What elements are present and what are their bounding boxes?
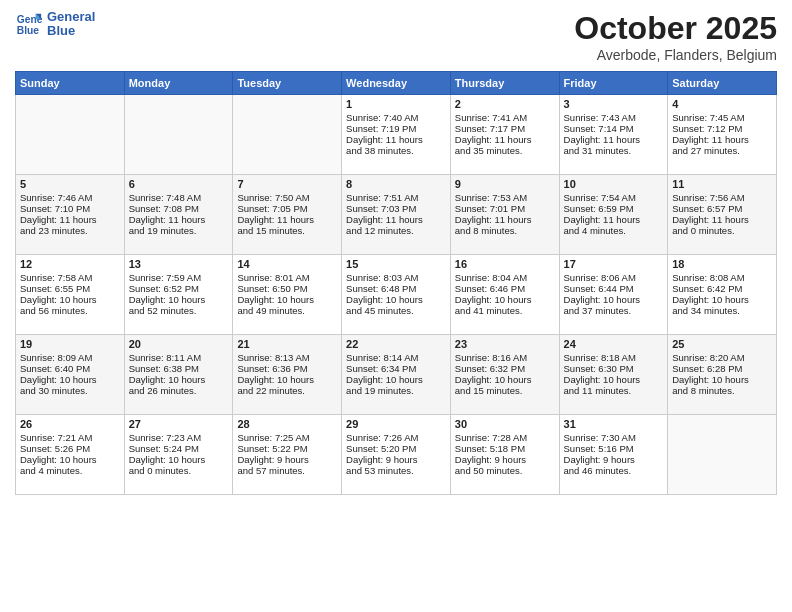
page-container: General Blue General Blue October 2025 A… bbox=[0, 0, 792, 612]
day-info: Daylight: 10 hours bbox=[346, 374, 446, 385]
calendar-cell: 31Sunrise: 7:30 AMSunset: 5:16 PMDayligh… bbox=[559, 415, 668, 495]
day-info: Sunset: 5:16 PM bbox=[564, 443, 664, 454]
day-info: Daylight: 10 hours bbox=[455, 294, 555, 305]
day-info: Sunrise: 7:58 AM bbox=[20, 272, 120, 283]
calendar-cell: 29Sunrise: 7:26 AMSunset: 5:20 PMDayligh… bbox=[342, 415, 451, 495]
day-info: Daylight: 10 hours bbox=[129, 374, 229, 385]
day-info: and 0 minutes. bbox=[672, 225, 772, 236]
logo: General Blue General Blue bbox=[15, 10, 95, 39]
calendar-cell: 23Sunrise: 8:16 AMSunset: 6:32 PMDayligh… bbox=[450, 335, 559, 415]
day-info: Sunrise: 8:04 AM bbox=[455, 272, 555, 283]
calendar-cell: 24Sunrise: 8:18 AMSunset: 6:30 PMDayligh… bbox=[559, 335, 668, 415]
day-number: 19 bbox=[20, 338, 120, 350]
day-number: 20 bbox=[129, 338, 229, 350]
calendar-cell: 14Sunrise: 8:01 AMSunset: 6:50 PMDayligh… bbox=[233, 255, 342, 335]
day-info: Sunrise: 8:08 AM bbox=[672, 272, 772, 283]
day-info: and 38 minutes. bbox=[346, 145, 446, 156]
calendar-cell bbox=[668, 415, 777, 495]
calendar-cell: 2Sunrise: 7:41 AMSunset: 7:17 PMDaylight… bbox=[450, 95, 559, 175]
day-info: and 19 minutes. bbox=[346, 385, 446, 396]
calendar-cell: 8Sunrise: 7:51 AMSunset: 7:03 PMDaylight… bbox=[342, 175, 451, 255]
day-info: and 50 minutes. bbox=[455, 465, 555, 476]
day-info: Sunrise: 7:26 AM bbox=[346, 432, 446, 443]
day-info: Sunrise: 7:46 AM bbox=[20, 192, 120, 203]
calendar-cell: 5Sunrise: 7:46 AMSunset: 7:10 PMDaylight… bbox=[16, 175, 125, 255]
weekday-header-thursday: Thursday bbox=[450, 72, 559, 95]
day-info: Sunset: 7:17 PM bbox=[455, 123, 555, 134]
calendar-cell: 20Sunrise: 8:11 AMSunset: 6:38 PMDayligh… bbox=[124, 335, 233, 415]
day-info: Sunrise: 7:48 AM bbox=[129, 192, 229, 203]
calendar-cell: 10Sunrise: 7:54 AMSunset: 6:59 PMDayligh… bbox=[559, 175, 668, 255]
day-number: 10 bbox=[564, 178, 664, 190]
day-number: 26 bbox=[20, 418, 120, 430]
day-number: 5 bbox=[20, 178, 120, 190]
day-info: Sunrise: 8:11 AM bbox=[129, 352, 229, 363]
day-info: and 52 minutes. bbox=[129, 305, 229, 316]
day-number: 16 bbox=[455, 258, 555, 270]
day-info: Sunrise: 7:23 AM bbox=[129, 432, 229, 443]
day-info: Sunset: 7:01 PM bbox=[455, 203, 555, 214]
day-number: 11 bbox=[672, 178, 772, 190]
day-info: Sunset: 6:57 PM bbox=[672, 203, 772, 214]
day-number: 30 bbox=[455, 418, 555, 430]
day-info: and 26 minutes. bbox=[129, 385, 229, 396]
day-info: Sunset: 6:44 PM bbox=[564, 283, 664, 294]
week-row-3: 12Sunrise: 7:58 AMSunset: 6:55 PMDayligh… bbox=[16, 255, 777, 335]
day-info: and 23 minutes. bbox=[20, 225, 120, 236]
day-number: 18 bbox=[672, 258, 772, 270]
day-info: Daylight: 11 hours bbox=[672, 214, 772, 225]
day-info: Daylight: 11 hours bbox=[20, 214, 120, 225]
day-info: and 4 minutes. bbox=[564, 225, 664, 236]
calendar-cell: 4Sunrise: 7:45 AMSunset: 7:12 PMDaylight… bbox=[668, 95, 777, 175]
day-info: Daylight: 11 hours bbox=[672, 134, 772, 145]
day-info: Sunrise: 7:25 AM bbox=[237, 432, 337, 443]
week-row-1: 1Sunrise: 7:40 AMSunset: 7:19 PMDaylight… bbox=[16, 95, 777, 175]
day-number: 12 bbox=[20, 258, 120, 270]
day-info: Sunrise: 8:13 AM bbox=[237, 352, 337, 363]
day-info: Sunset: 6:36 PM bbox=[237, 363, 337, 374]
day-number: 2 bbox=[455, 98, 555, 110]
weekday-header-wednesday: Wednesday bbox=[342, 72, 451, 95]
day-info: Daylight: 11 hours bbox=[455, 214, 555, 225]
day-info: and 19 minutes. bbox=[129, 225, 229, 236]
day-number: 6 bbox=[129, 178, 229, 190]
calendar-cell: 26Sunrise: 7:21 AMSunset: 5:26 PMDayligh… bbox=[16, 415, 125, 495]
day-number: 3 bbox=[564, 98, 664, 110]
day-info: Sunset: 7:19 PM bbox=[346, 123, 446, 134]
calendar-cell: 11Sunrise: 7:56 AMSunset: 6:57 PMDayligh… bbox=[668, 175, 777, 255]
day-info: Sunset: 6:50 PM bbox=[237, 283, 337, 294]
day-info: and 15 minutes. bbox=[455, 385, 555, 396]
day-number: 14 bbox=[237, 258, 337, 270]
week-row-2: 5Sunrise: 7:46 AMSunset: 7:10 PMDaylight… bbox=[16, 175, 777, 255]
day-info: Sunset: 6:38 PM bbox=[129, 363, 229, 374]
day-info: Daylight: 9 hours bbox=[455, 454, 555, 465]
day-info: Daylight: 11 hours bbox=[346, 214, 446, 225]
day-info: Sunrise: 7:56 AM bbox=[672, 192, 772, 203]
day-info: and 57 minutes. bbox=[237, 465, 337, 476]
day-info: Daylight: 10 hours bbox=[564, 294, 664, 305]
day-info: Daylight: 11 hours bbox=[129, 214, 229, 225]
calendar-cell: 30Sunrise: 7:28 AMSunset: 5:18 PMDayligh… bbox=[450, 415, 559, 495]
day-info: and 27 minutes. bbox=[672, 145, 772, 156]
day-info: Sunset: 7:12 PM bbox=[672, 123, 772, 134]
day-info: Sunrise: 7:21 AM bbox=[20, 432, 120, 443]
day-number: 4 bbox=[672, 98, 772, 110]
day-info: and 30 minutes. bbox=[20, 385, 120, 396]
day-info: Sunrise: 8:14 AM bbox=[346, 352, 446, 363]
logo-line1: General bbox=[47, 10, 95, 24]
weekday-header-friday: Friday bbox=[559, 72, 668, 95]
day-info: and 35 minutes. bbox=[455, 145, 555, 156]
day-info: Sunrise: 7:50 AM bbox=[237, 192, 337, 203]
day-number: 25 bbox=[672, 338, 772, 350]
day-info: Sunset: 6:28 PM bbox=[672, 363, 772, 374]
day-info: Sunset: 6:48 PM bbox=[346, 283, 446, 294]
day-info: Daylight: 11 hours bbox=[237, 214, 337, 225]
logo-icon: General Blue bbox=[15, 10, 43, 38]
logo-line2: Blue bbox=[47, 24, 95, 38]
day-info: Sunset: 7:03 PM bbox=[346, 203, 446, 214]
day-info: and 31 minutes. bbox=[564, 145, 664, 156]
day-info: Daylight: 10 hours bbox=[20, 374, 120, 385]
day-info: Sunrise: 7:40 AM bbox=[346, 112, 446, 123]
calendar-cell: 28Sunrise: 7:25 AMSunset: 5:22 PMDayligh… bbox=[233, 415, 342, 495]
weekday-header-sunday: Sunday bbox=[16, 72, 125, 95]
